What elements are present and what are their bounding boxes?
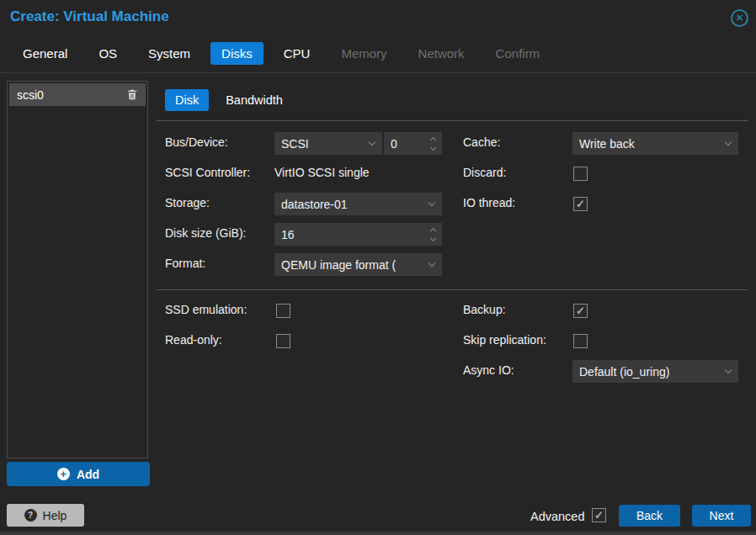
close-button[interactable]: ✕ — [731, 9, 748, 27]
checkmark: ✓ — [594, 510, 604, 521]
back-button-label: Back — [636, 509, 663, 522]
cache-label: Cache: — [463, 135, 500, 149]
subtab-disk[interactable]: Disk — [165, 89, 209, 111]
tab-memory: Memory — [330, 42, 397, 65]
chevron-down-icon — [369, 139, 375, 146]
advanced-section-divider — [157, 289, 748, 290]
discard-label: Discard: — [463, 166, 506, 179]
disk-subtab-bar: Disk Bandwidth — [165, 89, 283, 111]
bus-device-control: SCSI 0 — [274, 132, 442, 155]
cache-select-value: Write back — [579, 137, 635, 151]
storage-select-value: datastore-01 — [281, 198, 348, 211]
list-item-label: scsi0 — [17, 88, 44, 102]
window-bottom-edge — [0, 532, 756, 535]
discard-checkbox[interactable] — [573, 167, 588, 181]
tab-cpu[interactable]: CPU — [273, 42, 322, 65]
skip-replication-label: Skip replication: — [463, 333, 546, 347]
backup-checkbox[interactable]: ✓ — [573, 304, 588, 318]
device-number-stepper[interactable]: 0 — [384, 132, 442, 155]
plus-icon: + — [57, 468, 70, 480]
cache-select[interactable]: Write back — [572, 132, 738, 155]
storage-select[interactable]: datastore-01 — [274, 193, 442, 215]
io-thread-checkbox[interactable]: ✓ — [573, 197, 588, 211]
dialog-title: Create: Virtual Machine — [10, 8, 169, 25]
backup-label: Backup: — [463, 303, 506, 316]
next-button-label: Next — [710, 509, 734, 522]
bus-select-value: SCSI — [281, 137, 309, 151]
read-only-label: Read-only: — [165, 333, 222, 347]
checkmark: ✓ — [576, 305, 585, 316]
tab-os[interactable]: OS — [88, 42, 128, 65]
ssd-emulation-label: SSD emulation: — [165, 303, 247, 316]
tab-disks[interactable]: Disks — [210, 42, 264, 65]
tab-general[interactable]: General — [12, 42, 78, 65]
advanced-label: Advanced — [530, 510, 585, 523]
spinner-icon[interactable] — [431, 229, 435, 241]
close-icon: ✕ — [736, 13, 743, 23]
back-button[interactable]: Back — [619, 505, 680, 527]
help-button[interactable]: ? Help — [7, 504, 84, 527]
chevron-down-icon — [725, 139, 732, 146]
scsi-controller-value: VirtIO SCSI single — [274, 166, 370, 179]
help-button-label: Help — [43, 509, 67, 522]
io-thread-label: IO thread: — [463, 196, 515, 209]
subtab-bandwidth[interactable]: Bandwidth — [226, 89, 283, 111]
wizard-tab-bar: General OS System Disks CPU Memory Netwo… — [12, 42, 551, 65]
chevron-down-icon — [429, 260, 435, 267]
advanced-checkbox[interactable]: ✓ — [592, 508, 606, 522]
trash-icon[interactable] — [126, 88, 138, 101]
device-number-value: 0 — [391, 137, 397, 151]
tab-network: Network — [407, 42, 476, 65]
async-io-select[interactable]: Default (io_uring) — [572, 360, 738, 383]
async-io-select-value: Default (io_uring) — [579, 365, 669, 379]
chevron-down-icon — [429, 199, 435, 206]
async-io-label: Async IO: — [463, 363, 514, 377]
skip-replication-checkbox[interactable] — [573, 334, 588, 348]
storage-label: Storage: — [165, 196, 210, 209]
add-button[interactable]: + Add — [7, 462, 150, 486]
subtab-divider — [157, 120, 748, 121]
bus-select[interactable]: SCSI — [274, 132, 382, 155]
question-icon: ? — [24, 509, 37, 522]
read-only-checkbox[interactable] — [276, 334, 290, 348]
create-vm-dialog: Create: Virtual Machine ✕ General OS Sys… — [0, 0, 756, 535]
bus-device-label: Bus/Device: — [165, 135, 228, 149]
format-select[interactable]: QEMU image format ( — [274, 253, 442, 276]
scsi-controller-label: SCSI Controller: — [165, 166, 250, 179]
add-button-label: Add — [77, 468, 99, 481]
list-item-scsi0[interactable]: scsi0 — [9, 83, 146, 106]
disk-size-stepper[interactable]: 16 — [274, 223, 442, 246]
tab-system[interactable]: System — [137, 42, 201, 65]
disk-size-value: 16 — [281, 228, 295, 241]
ssd-emulation-checkbox[interactable] — [276, 304, 290, 318]
chevron-down-icon — [725, 367, 732, 373]
format-select-value: QEMU image format ( — [281, 258, 396, 272]
tab-confirm: Confirm — [485, 42, 551, 65]
disk-list-panel: scsi0 — [7, 81, 148, 458]
format-label: Format: — [165, 257, 205, 270]
spinner-icon[interactable] — [431, 138, 435, 150]
next-button[interactable]: Next — [692, 505, 751, 527]
header-divider — [0, 72, 756, 73]
checkmark: ✓ — [576, 199, 585, 209]
disk-size-label: Disk size (GiB): — [165, 226, 246, 240]
